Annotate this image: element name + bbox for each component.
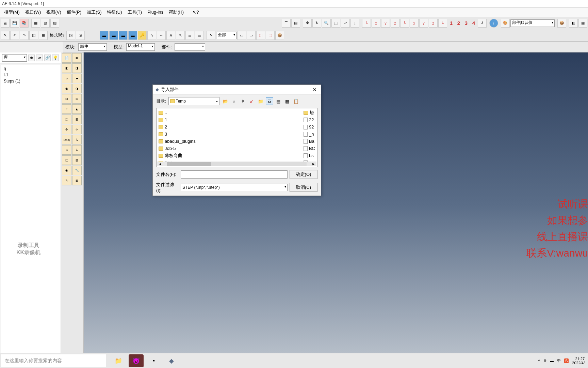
- directory-select[interactable]: Temp ▾: [168, 97, 219, 105]
- tree-link-icon[interactable]: 🔗: [44, 55, 51, 61]
- horizontal-scrollbar[interactable]: ◄ ►: [157, 162, 316, 166]
- clipboard-icon[interactable]: 📋: [292, 97, 300, 105]
- stack-icon[interactable]: 📚: [20, 19, 29, 28]
- tool-create[interactable]: 📄: [62, 53, 71, 63]
- save-icon[interactable]: 💾: [10, 19, 19, 28]
- tree-page-icon[interactable]: ▱: [36, 55, 43, 61]
- dashed-icon[interactable]: ⬚: [256, 31, 265, 40]
- tool-shape1[interactable]: ◧: [62, 63, 71, 73]
- tool-cut1[interactable]: ⊟: [62, 94, 71, 104]
- new-folder-icon[interactable]: 📁: [257, 97, 264, 105]
- tool-plane[interactable]: ▱: [62, 145, 71, 155]
- axis-z-icon[interactable]: z: [391, 19, 399, 28]
- view-3[interactable]: 3: [463, 20, 470, 26]
- abaqus-task-icon[interactable]: ◆: [164, 354, 179, 367]
- tree-bulb-icon[interactable]: 💡: [52, 55, 59, 61]
- axis-x-icon[interactable]: x: [372, 19, 380, 28]
- detail-view-icon[interactable]: ▤: [275, 97, 282, 105]
- tool-xyz[interactable]: (XYZ): [62, 135, 71, 144]
- tool-icon[interactable]: ↟: [239, 97, 247, 105]
- menu-part[interactable]: 部件(P): [64, 9, 84, 16]
- model-select[interactable]: Model-1: [126, 43, 155, 51]
- tool-misc[interactable]: ▦: [72, 176, 82, 185]
- axis-l2-icon[interactable]: └: [400, 19, 409, 28]
- tool-mesh[interactable]: ▦: [72, 114, 82, 124]
- module-select[interactable]: 部件: [78, 43, 107, 51]
- tree-item[interactable]: Steps (1): [2, 78, 59, 84]
- file-list[interactable]: .. 1 2 3 abaqus_plugins Job-5 薄板弯曲 平面 塔 …: [156, 108, 317, 167]
- ok-button[interactable]: 确定(O): [290, 170, 317, 179]
- app1-icon[interactable]: 😈: [129, 354, 144, 367]
- tool-cut2[interactable]: ⊞: [72, 94, 82, 104]
- tool-loft[interactable]: ◑: [72, 84, 82, 93]
- select-icon[interactable]: ↖: [176, 31, 185, 40]
- grid2-icon[interactable]: ▤: [291, 19, 300, 28]
- select-all-combo[interactable]: 全部: [216, 32, 236, 39]
- tool-sketch[interactable]: ✎: [62, 176, 71, 185]
- updown-icon[interactable]: ↕: [350, 19, 359, 28]
- library-combo[interactable]: 库: [2, 54, 27, 62]
- pan-icon[interactable]: ✥: [303, 19, 312, 28]
- layout2-icon[interactable]: ▦: [578, 19, 587, 28]
- home-icon[interactable]: ⌂: [230, 97, 238, 105]
- tool-partition[interactable]: ⬚: [62, 114, 71, 124]
- color-icon[interactable]: 🎨: [501, 19, 510, 28]
- tool-extrude[interactable]: ▱: [62, 74, 71, 83]
- menu-help[interactable]: 帮助(H): [166, 9, 186, 16]
- grid1-icon[interactable]: ☰: [282, 19, 291, 28]
- shade-icon[interactable]: ▧: [41, 19, 50, 28]
- list2-icon[interactable]: ☰: [195, 31, 204, 40]
- tree-item[interactable]: l): [2, 66, 59, 72]
- tool-mirror[interactable]: ◫: [62, 155, 71, 165]
- tool-repair[interactable]: 🔧: [72, 166, 82, 175]
- layer1-icon[interactable]: ▬: [100, 31, 109, 40]
- menu-model[interactable]: 模型(M): [1, 9, 22, 16]
- rect1-icon[interactable]: ▭: [237, 31, 246, 40]
- tool-datum2[interactable]: ⊹: [72, 125, 82, 134]
- axis-x2-icon[interactable]: x: [410, 19, 419, 28]
- tool-csys[interactable]: ⅄: [72, 135, 82, 144]
- menu-view[interactable]: 视图(V): [44, 9, 64, 16]
- list1-icon[interactable]: ☰: [185, 31, 194, 40]
- up-folder-icon[interactable]: 📂: [222, 97, 229, 105]
- layout1-icon[interactable]: ◧: [569, 19, 578, 28]
- list-view-icon[interactable]: ☲: [266, 97, 273, 105]
- tree-add-icon[interactable]: ⊕: [28, 55, 35, 61]
- cube1-icon[interactable]: ◳: [66, 31, 75, 40]
- text-a-icon[interactable]: A: [166, 31, 175, 40]
- zoombox-icon[interactable]: ⬚: [331, 19, 340, 28]
- tool-axis[interactable]: ⅄: [72, 145, 82, 155]
- box3d-icon[interactable]: 📦: [275, 31, 284, 40]
- view-2[interactable]: 2: [455, 20, 462, 26]
- view-4[interactable]: 4: [470, 20, 477, 26]
- layer2-icon[interactable]: ▬: [109, 31, 118, 40]
- axis-y-icon[interactable]: y: [381, 19, 390, 28]
- menu-viewport[interactable]: 视口(W): [22, 9, 44, 16]
- tray-sogou-icon[interactable]: S: [564, 358, 569, 363]
- menu-process[interactable]: 加工(S): [84, 9, 104, 16]
- tray-chevron-icon[interactable]: ^: [538, 359, 540, 363]
- model-tree[interactable]: l) l-1 Steps (1): [1, 64, 60, 356]
- layer3-icon[interactable]: ▬: [119, 31, 128, 40]
- tray-ime-icon[interactable]: 中: [557, 358, 561, 363]
- taskbar-search[interactable]: 在这里输入你要搜索的内容: [1, 354, 106, 367]
- rect2-icon[interactable]: ▭: [247, 31, 256, 40]
- cursor2-icon[interactable]: ↖: [207, 31, 215, 40]
- tool-pattern[interactable]: ▨: [72, 155, 82, 165]
- axis-z2-icon[interactable]: z: [429, 19, 438, 28]
- menu-plugins[interactable]: Plug-ins: [145, 9, 166, 15]
- tray-battery-icon[interactable]: ▬: [550, 359, 554, 363]
- dashed2-icon[interactable]: ⬚: [266, 31, 275, 40]
- close-icon[interactable]: ✕: [311, 86, 318, 93]
- filter-select[interactable]: STEP (*.stp*,*.step*): [181, 184, 288, 191]
- cursor-icon[interactable]: ↖: [1, 31, 10, 40]
- tool-sweep[interactable]: ◐: [62, 84, 71, 93]
- axis-l-icon[interactable]: └: [362, 19, 371, 28]
- tool-manager[interactable]: ▦: [72, 53, 82, 63]
- tool-revolve[interactable]: ▰: [72, 74, 82, 83]
- info-icon[interactable]: i: [489, 19, 498, 28]
- rotate-icon[interactable]: ↻: [312, 19, 321, 28]
- redo-icon[interactable]: ↷: [20, 31, 29, 40]
- tool-chamfer[interactable]: ◣: [72, 104, 82, 114]
- parts-default-select[interactable]: 部件默认值: [510, 19, 555, 27]
